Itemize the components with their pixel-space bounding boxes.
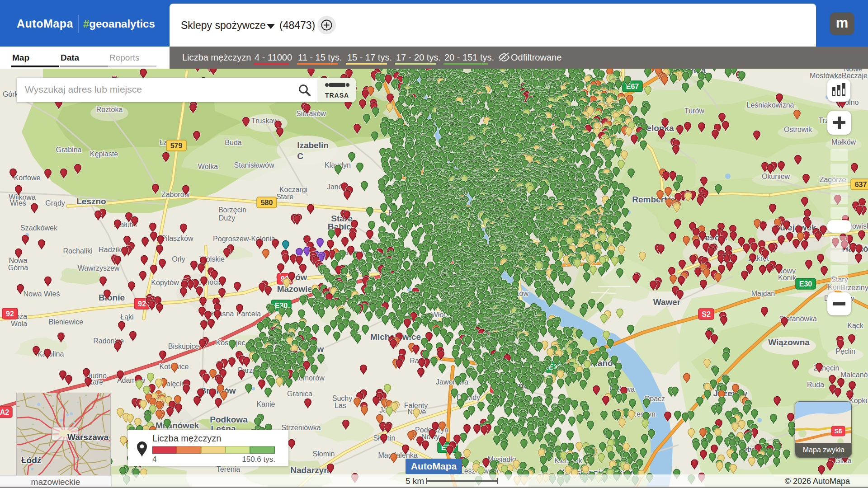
svg-text:S6: S6: [834, 427, 842, 435]
svg-text:Stanisławów: Stanisławów: [234, 161, 274, 169]
svg-text:Malcanów: Malcanów: [840, 371, 868, 379]
svg-text:Pęclin: Pęclin: [835, 347, 855, 355]
svg-text:Warszawa: Warszawa: [67, 432, 109, 442]
svg-text:Kopytów: Kopytów: [151, 279, 179, 286]
svg-text:A2: A2: [0, 408, 9, 416]
svg-text:Szadkówek: Szadkówek: [20, 224, 58, 232]
svg-text:92: 92: [6, 310, 14, 318]
svg-text:580: 580: [261, 199, 273, 206]
svg-text:Słomin: Słomin: [313, 450, 335, 458]
svg-text:Borzęcin: Borzęcin: [218, 206, 246, 214]
svg-text:Milanówek: Milanówek: [156, 421, 199, 430]
svg-text:S2: S2: [702, 310, 711, 318]
svg-text:Korfowe: Korfowe: [14, 174, 41, 182]
svg-text:E30: E30: [799, 280, 812, 288]
svg-text:Konik: Konik: [778, 274, 797, 282]
svg-text:Stare: Stare: [276, 193, 293, 201]
svg-text:Terenia: Terenia: [217, 465, 241, 473]
svg-text:Ostrowik: Ostrowik: [784, 126, 812, 133]
svg-text:Granica: Granica: [287, 390, 312, 398]
svg-text:Majdan: Majdan: [751, 290, 775, 297]
svg-text:Wawer: Wawer: [653, 297, 681, 307]
svg-text:Wola: Wola: [11, 320, 27, 328]
svg-text:Rochaliki: Rochaliki: [63, 247, 93, 255]
svg-text:Las: Las: [335, 402, 346, 409]
svg-text:Błonie: Błonie: [99, 293, 125, 302]
svg-text:Duży: Duży: [219, 214, 235, 222]
svg-text:Buda: Buda: [225, 139, 241, 146]
svg-text:Wawrzyszew: Wawrzyszew: [78, 264, 120, 272]
svg-text:Nowa Wieś: Nowa Wieś: [24, 290, 60, 298]
svg-text:C: C: [297, 151, 303, 161]
svg-text:Ruda: Ruda: [807, 381, 824, 389]
svg-text:Wiązowna: Wiązowna: [768, 338, 810, 347]
svg-text:Turów: Turów: [684, 107, 704, 115]
svg-text:Grabina: Grabina: [56, 146, 82, 154]
svg-text:Koczargi: Koczargi: [279, 186, 307, 193]
svg-text:Sieraków: Sieraków: [296, 110, 326, 117]
svg-text:Kąck: Kąck: [847, 322, 864, 329]
svg-text:Bieniewice: Bieniewice: [49, 318, 84, 326]
svg-text:92: 92: [138, 300, 146, 308]
svg-text:Leśniakowizna: Leśniakowizna: [747, 101, 794, 109]
svg-text:Podkowa: Podkowa: [210, 415, 248, 424]
svg-text:Pogroszew-Kolonia: Pogroszew-Kolonia: [213, 235, 275, 243]
svg-text:Kanie: Kanie: [257, 400, 275, 408]
svg-text:Małków: Małków: [831, 138, 856, 146]
svg-text:Łąki: Łąki: [120, 313, 133, 321]
svg-text:Okuniew: Okuniew: [762, 173, 790, 180]
svg-text:Wieś: Wieś: [10, 199, 26, 207]
svg-text:Pilaszków: Pilaszków: [161, 235, 193, 242]
svg-text:Magdalenka: Magdalenka: [378, 451, 417, 459]
svg-text:Górna: Górna: [8, 264, 28, 272]
svg-text:Grądy: Grądy: [45, 199, 65, 207]
svg-text:579: 579: [170, 142, 183, 150]
svg-text:Biskupice: Biskupice: [168, 343, 199, 350]
svg-text:Roztoka: Roztoka: [96, 106, 123, 113]
svg-text:Nadarzyn: Nadarzyn: [290, 465, 329, 475]
svg-text:Kępiaste: Kępiaste: [90, 150, 118, 158]
svg-text:Wólka: Wólka: [198, 163, 218, 170]
svg-text:637: 637: [855, 181, 867, 188]
svg-text:Izabelin: Izabelin: [297, 141, 329, 150]
svg-text:Łódź: Łódź: [21, 455, 41, 465]
svg-text:Orły: Orły: [172, 255, 185, 263]
svg-text:Leszno: Leszno: [76, 197, 106, 206]
svg-text:Suchy: Suchy: [332, 394, 352, 402]
